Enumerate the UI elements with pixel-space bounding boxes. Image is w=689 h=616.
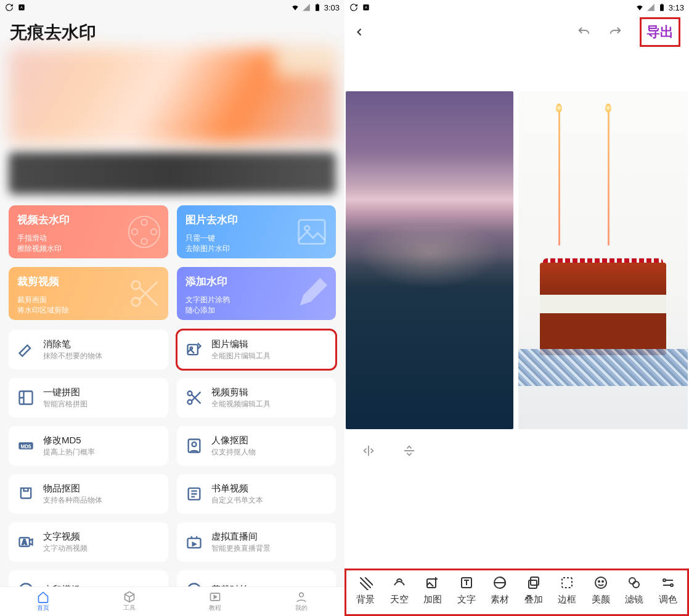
film-reel-icon [126, 214, 162, 250]
feature-icon [17, 485, 35, 503]
tool-label: 滤镜 [625, 594, 643, 606]
canvas-controls [344, 429, 689, 472]
tool-item[interactable]: 美颜 [584, 575, 618, 606]
svg-point-45 [663, 579, 666, 581]
tool-item[interactable]: 背景 [349, 575, 383, 606]
svg-text:MD5: MD5 [20, 444, 31, 450]
crop-video-card[interactable]: 裁剪视频 裁剪画面将水印区域剪除 [9, 267, 168, 320]
feature-sub: 文字动画视频 [43, 543, 88, 554]
feature-title: 虚拟直播间 [211, 530, 271, 543]
hero-banner[interactable] [9, 48, 336, 144]
export-button[interactable]: 导出 [640, 17, 680, 47]
feature-sub: 全能视频编辑工具 [211, 399, 271, 409]
feature-title: 一键拼图 [43, 386, 88, 398]
nav-tools[interactable]: 工具 [86, 587, 173, 616]
tool-item[interactable]: 滤镜 [618, 575, 651, 606]
feature-card[interactable]: 一键拼图 智能宫格拼图 [9, 378, 168, 417]
nav-profile[interactable]: 我的 [258, 587, 344, 616]
canvas-image-sky[interactable] [346, 91, 513, 429]
tool-item[interactable]: 文字 [450, 575, 484, 606]
app-badge-icon: A [17, 3, 26, 12]
tool-icon [627, 575, 642, 590]
feature-icon [186, 485, 203, 503]
svg-text:A: A [22, 538, 27, 546]
wifi-icon [635, 3, 644, 12]
svg-point-41 [598, 581, 600, 582]
pencil-icon [294, 276, 330, 311]
feature-card[interactable]: 消除笔 抹除不想要的物体 [9, 330, 168, 369]
svg-point-8 [131, 229, 137, 235]
add-watermark-card[interactable]: 添加水印 文字图片涂鸦随心添加 [177, 267, 336, 320]
feature-title: 人像抠图 [211, 434, 256, 446]
sync-icon [5, 3, 14, 12]
feature-card[interactable]: 虚拟直播间 智能更换直播背景 [177, 522, 336, 562]
tool-item[interactable]: 边框 [550, 575, 584, 606]
tool-label: 素材 [491, 594, 509, 606]
status-bar: A 3:03 [0, 0, 344, 15]
tool-label: 文字 [457, 594, 476, 606]
svg-point-17 [187, 400, 192, 405]
editor-header: 导出 [344, 15, 689, 49]
tool-item[interactable]: 素材 [483, 575, 517, 606]
home-icon [37, 591, 49, 603]
undo-button[interactable] [577, 25, 590, 39]
cube-icon [123, 591, 136, 603]
tool-strip: 背景 天空 加图 文字 素材 叠加 边框 美颜 滤镜 调色 [344, 569, 689, 616]
back-button[interactable] [353, 26, 365, 38]
tool-item[interactable]: 调色 [651, 575, 685, 606]
feature-icon [17, 341, 35, 358]
feature-sub: 抹除不想要的物体 [43, 351, 102, 361]
tool-item[interactable]: 天空 [383, 575, 417, 606]
feature-card[interactable]: 物品抠图 支持各种商品物体 [9, 474, 168, 514]
watermark-app-screen: A 3:03 无痕去水印 视频去水印 手指滑动擦除视频水印 图片去水印 只需一键… [0, 0, 344, 616]
feature-card[interactable]: 书单视频 自定义书单文本 [177, 474, 336, 514]
feature-icon: A [17, 533, 35, 551]
video-watermark-card[interactable]: 视频去水印 手指滑动擦除视频水印 [9, 205, 168, 258]
feature-card[interactable]: A 文字视频 文字动画视频 [9, 522, 168, 562]
svg-point-11 [131, 298, 140, 306]
canvas-image-cake[interactable] [518, 91, 688, 429]
tool-item[interactable]: 叠加 [517, 575, 551, 606]
battery-icon [658, 3, 666, 12]
svg-point-42 [602, 581, 603, 582]
svg-point-21 [192, 442, 196, 446]
nav-label: 首页 [37, 604, 49, 612]
image-watermark-card[interactable]: 图片去水印 只需一键去除图片水印 [177, 205, 336, 258]
tool-icon [661, 575, 675, 590]
tool-item[interactable]: 加图 [416, 575, 450, 606]
user-icon [295, 591, 308, 603]
feature-card[interactable]: MD5 修改MD5 提高上热门概率 [9, 426, 168, 466]
flip-horizontal-button[interactable] [362, 444, 375, 458]
feature-card[interactable]: 视频剪辑 全能视频编辑工具 [177, 378, 336, 417]
promo-strip[interactable] [9, 152, 336, 194]
svg-rect-2 [316, 4, 319, 10]
tool-label: 边框 [558, 594, 576, 606]
flip-vertical-button[interactable] [402, 444, 416, 458]
svg-rect-3 [317, 4, 318, 4]
redo-button[interactable] [609, 25, 622, 39]
feature-sub: 智能宫格拼图 [43, 399, 88, 409]
svg-text:A: A [20, 6, 23, 9]
feature-sub: 全能图片编辑工具 [211, 351, 271, 361]
feature-icon [186, 533, 203, 551]
signal-icon [646, 3, 655, 12]
svg-rect-33 [661, 4, 662, 4]
svg-point-40 [595, 577, 606, 588]
tool-icon [492, 575, 507, 590]
app-badge-icon: A [362, 3, 370, 12]
sync-icon [349, 3, 358, 12]
feature-title: 文字视频 [43, 530, 88, 543]
feature-sub: 仅支持抠人物 [211, 447, 256, 458]
svg-rect-9 [299, 220, 325, 244]
canvas-area[interactable] [344, 49, 689, 429]
feature-card[interactable]: 图片编辑 全能图片编辑工具 [177, 330, 336, 369]
scissors-icon [126, 276, 162, 311]
nav-tutorial[interactable]: 教程 [173, 587, 259, 616]
nav-home[interactable]: 首页 [0, 587, 86, 616]
svg-point-4 [128, 216, 159, 247]
status-time: 3:13 [669, 3, 684, 12]
svg-point-5 [141, 220, 147, 226]
svg-point-43 [629, 578, 635, 584]
feature-card[interactable]: 人像抠图 仅支持抠人物 [177, 426, 336, 466]
feature-icon [186, 389, 203, 406]
